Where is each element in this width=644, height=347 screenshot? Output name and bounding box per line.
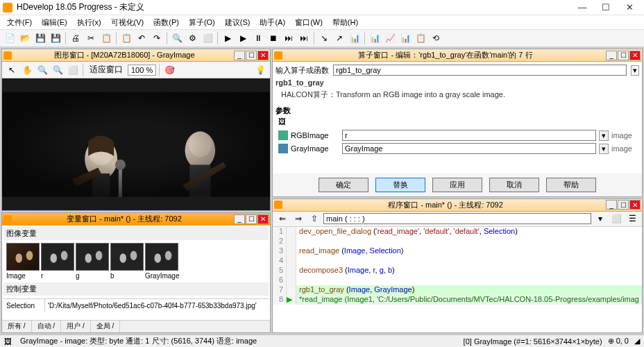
toolbar-button[interactable]: ↶ xyxy=(135,31,149,45)
menu-item[interactable]: 编辑(E) xyxy=(37,16,71,29)
toolbar-button[interactable]: 📋 xyxy=(99,31,113,45)
replace-button[interactable]: 替换 xyxy=(375,178,425,192)
code-line[interactable]: 3read_image (Image, Selection) xyxy=(273,246,642,256)
code-line[interactable]: 1dev_open_file_dialog ('read_image', 'de… xyxy=(273,227,642,237)
procedure-selector[interactable] xyxy=(323,213,591,224)
help-button[interactable]: 帮助 xyxy=(546,178,596,192)
ideas-button[interactable]: 💡 xyxy=(253,63,267,77)
toolbar-button[interactable]: 📂 xyxy=(18,31,32,45)
operator-input[interactable] xyxy=(333,65,627,76)
toolbar-button[interactable]: 📋 xyxy=(119,31,133,45)
operator-window-header[interactable]: 算子窗口 - 编辑：'rgb1_to_gray'在函数'main'的 7 行 _… xyxy=(273,49,642,62)
toolbar-button[interactable]: ⏹ xyxy=(266,31,280,45)
menu-item[interactable]: 算子(O) xyxy=(185,16,219,29)
menu-item[interactable]: 助手(A) xyxy=(255,16,289,29)
menu-item[interactable]: 函数(P) xyxy=(149,16,183,29)
toggle-button[interactable]: ⬜ xyxy=(609,212,623,226)
variable-thumbnail[interactable]: r xyxy=(41,243,74,280)
control-var-row[interactable]: Selection 'D:/Kita/Myself/Photo/6ed51ac6… xyxy=(3,298,269,312)
panel-max-button[interactable]: ☐ xyxy=(246,214,257,224)
dropdown-icon[interactable]: ▾ xyxy=(631,65,639,76)
toolbar-button[interactable]: ↗ xyxy=(332,31,346,45)
variable-tab[interactable]: 用户 / xyxy=(61,321,91,332)
apply-button[interactable]: 应用 xyxy=(432,178,482,192)
minimize-button[interactable]: — xyxy=(570,1,594,15)
program-window-header[interactable]: 程序窗口 - main* () - 主线程: 7092 _ ☐ ✕ xyxy=(273,199,642,212)
zoom-value[interactable]: 100 % xyxy=(128,65,156,76)
variable-thumbnail[interactable]: g xyxy=(76,243,109,280)
up-button[interactable]: ⇧ xyxy=(307,212,321,226)
toolbar-button[interactable]: ⬜ xyxy=(201,31,214,45)
variable-tab[interactable]: 自动 / xyxy=(32,321,62,332)
image-viewport[interactable] xyxy=(2,78,270,210)
toolbar-button[interactable]: 🔍 xyxy=(170,31,184,45)
panel-close-button[interactable]: ✕ xyxy=(629,51,641,60)
code-line[interactable]: 5decompose3 (Image, r, g, b) xyxy=(273,266,642,276)
menu-item[interactable]: 帮助(H) xyxy=(328,16,362,29)
resize-grip-icon[interactable]: ◢ xyxy=(634,337,640,346)
panel-close-button[interactable]: ✕ xyxy=(257,51,269,60)
toolbar-button[interactable]: 📄 xyxy=(3,31,17,45)
panel-min-button[interactable]: _ xyxy=(606,51,617,60)
variable-window-header[interactable]: 变量窗口 - main* () - 主线程: 7092 _ ☐ ✕ xyxy=(2,213,270,226)
picker-tool[interactable]: 🎯 xyxy=(162,63,176,77)
panel-close-button[interactable]: ✕ xyxy=(629,200,641,210)
fit-window-button[interactable]: 适应窗口 xyxy=(86,63,126,77)
code-line[interactable]: 7rgb1_to_gray (Image, GrayImage) xyxy=(273,285,642,295)
toolbar-button[interactable]: ⏭ xyxy=(297,31,311,45)
dropdown-icon[interactable]: ▾ xyxy=(599,130,609,141)
variable-thumbnail[interactable]: GrayImage xyxy=(145,243,178,280)
menu-item[interactable]: 可视化(V) xyxy=(107,16,149,29)
maximize-button[interactable]: ☐ xyxy=(594,1,618,15)
panel-min-button[interactable]: _ xyxy=(234,51,245,60)
code-line[interactable]: 8▶*read_image (Image1, 'C:/Users/Public/… xyxy=(273,295,642,305)
toolbar-button[interactable]: 📊 xyxy=(398,31,412,45)
dropdown-icon[interactable]: ▾ xyxy=(599,144,609,154)
panel-min-button[interactable]: _ xyxy=(606,200,617,210)
zoom-rect-tool[interactable]: 🔍 xyxy=(51,63,65,77)
zoom-tool[interactable]: 🔍 xyxy=(35,63,49,77)
gutter[interactable] xyxy=(287,285,296,295)
gutter[interactable] xyxy=(287,246,296,256)
toolbar-button[interactable]: ✂ xyxy=(84,31,98,45)
code-editor[interactable]: 1dev_open_file_dialog ('read_image', 'de… xyxy=(273,227,642,332)
gutter[interactable] xyxy=(287,237,296,246)
panel-close-button[interactable]: ✕ xyxy=(257,214,269,224)
toolbar-button[interactable]: ▶ xyxy=(236,31,250,45)
menu-item[interactable]: 执行(x) xyxy=(73,16,105,29)
close-button[interactable]: ✕ xyxy=(618,1,641,15)
variable-thumbnail[interactable]: Image xyxy=(6,243,40,280)
toolbar-button[interactable]: 💾 xyxy=(33,31,47,45)
toolbar-button[interactable]: 🖨 xyxy=(69,31,83,45)
gutter[interactable] xyxy=(287,266,296,276)
toolbar-button[interactable]: 📋 xyxy=(414,31,427,45)
pointer-tool[interactable]: ↖ xyxy=(5,63,19,77)
variable-tab[interactable]: 全局 / xyxy=(91,321,121,332)
gutter[interactable] xyxy=(287,256,296,266)
back-button[interactable]: ⇐ xyxy=(276,212,289,226)
gutter[interactable] xyxy=(287,276,296,285)
toolbar-button[interactable]: ▶ xyxy=(221,31,235,45)
toolbar-button[interactable]: 📊 xyxy=(348,31,362,45)
dropdown-icon[interactable]: ▾ xyxy=(593,212,607,226)
toolbar-button[interactable]: ↷ xyxy=(150,31,164,45)
list-button[interactable]: ☰ xyxy=(625,212,639,226)
code-line[interactable]: 4 xyxy=(273,256,642,266)
forward-button[interactable]: ⇒ xyxy=(291,212,305,226)
code-line[interactable]: 2 xyxy=(273,237,642,246)
panel-max-button[interactable]: ☐ xyxy=(618,200,629,210)
cancel-button[interactable]: 取消 xyxy=(489,178,539,192)
graphics-window-header[interactable]: 图形窗口 - [M20A72B18060] - GrayImage _ ☐ ✕ xyxy=(2,49,270,62)
toolbar-button[interactable]: ⏸ xyxy=(251,31,265,45)
toolbar-button[interactable]: ↘ xyxy=(317,31,331,45)
code-line[interactable]: 6 xyxy=(273,276,642,285)
panel-min-button[interactable]: _ xyxy=(234,214,245,224)
panel-max-button[interactable]: ☐ xyxy=(618,51,629,60)
toolbar-button[interactable]: 💾 xyxy=(49,31,62,45)
menu-item[interactable]: 建议(S) xyxy=(221,16,255,29)
menu-item[interactable]: 窗口(W) xyxy=(291,16,327,29)
param-value-input[interactable] xyxy=(342,143,596,154)
param-value-input[interactable] xyxy=(342,130,596,141)
variable-thumbnail[interactable]: b xyxy=(110,243,144,280)
toolbar-button[interactable]: ⏭ xyxy=(282,31,296,45)
